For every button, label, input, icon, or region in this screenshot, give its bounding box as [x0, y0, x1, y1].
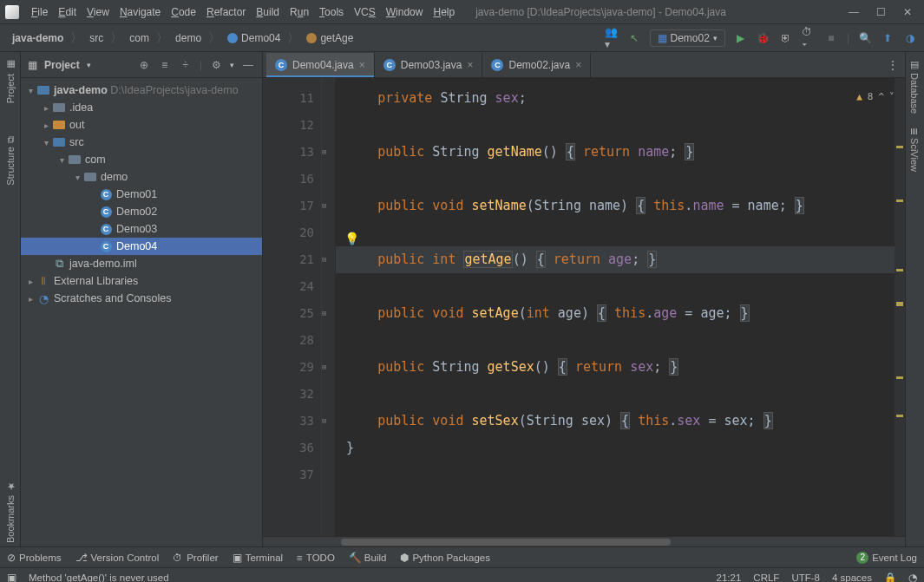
tool-bookmarks[interactable]: Bookmarks ★	[3, 477, 17, 546]
crumb-project[interactable]: java-demo	[7, 30, 69, 46]
project-tree[interactable]: ▾java-demo D:\IdeaProjects\java-demo ▸.i…	[21, 78, 262, 546]
coverage-icon[interactable]: ⛨	[779, 31, 793, 45]
status-readonly-icon[interactable]: 🔒	[884, 572, 896, 583]
tool-profiler[interactable]: ⏱ Profiler	[173, 553, 218, 563]
status-indent[interactable]: 4 spaces	[832, 572, 872, 583]
status-tool-windows-icon[interactable]: ▣	[7, 572, 16, 583]
menu-file[interactable]: File	[28, 4, 51, 20]
tool-todo[interactable]: ≡ TODO	[297, 553, 335, 563]
tree-demo02[interactable]: CDemo02	[21, 203, 262, 220]
menu-refactor[interactable]: Refactor	[203, 4, 249, 20]
crumb-class[interactable]: Demo04	[222, 30, 285, 46]
menu-tools[interactable]: Tools	[316, 4, 347, 20]
close-tab-icon[interactable]: ×	[467, 59, 473, 71]
tree-demo[interactable]: ▾demo	[21, 168, 262, 186]
tree-com[interactable]: ▾com	[21, 151, 262, 168]
menu-vcs[interactable]: VCS	[351, 4, 379, 20]
tool-terminal[interactable]: ▣ Terminal	[233, 552, 283, 564]
menu-help[interactable]: Help	[429, 4, 458, 20]
tool-pypackages[interactable]: ⬢ Python Packages	[400, 552, 490, 564]
close-tab-icon[interactable]: ×	[359, 59, 365, 71]
menu-navigate[interactable]: Navigate	[116, 4, 164, 20]
crumb-com[interactable]: com	[124, 30, 154, 46]
tree-demo04[interactable]: CDemo04	[21, 238, 262, 255]
breadcrumb: java-demo〉 src〉 com〉 demo〉 Demo04〉 getAg…	[7, 30, 605, 46]
code-editor[interactable]: 111213161720212425282932333637 ⊞ ⊞ ⊞ ⊞ ⊞…	[263, 78, 905, 536]
panel-title[interactable]: Project	[44, 59, 80, 71]
status-message: Method 'getAge()' is never used	[29, 572, 169, 583]
collapse-icon[interactable]: ÷	[179, 58, 193, 72]
code-text[interactable]: 💡 ▲8 ^ ˅ private String sex; public Stri…	[336, 78, 905, 536]
tool-database[interactable]: ▤ Database	[908, 56, 922, 117]
chevron-down-icon[interactable]: ▾	[230, 61, 234, 69]
menu-build[interactable]: Build	[252, 4, 283, 20]
profiler-icon[interactable]: ⏱▾	[802, 31, 816, 45]
run-config-select[interactable]: ▦Demo02 ▾	[650, 29, 725, 47]
left-tool-strip: Project ▦ Structure ⧉ Bookmarks ★	[0, 52, 21, 546]
title-bar: File Edit View Navigate Code Refactor Bu…	[0, 0, 924, 24]
tool-structure[interactable]: Structure ⧉	[3, 133, 17, 189]
menu-edit[interactable]: Edit	[55, 4, 80, 20]
search-icon[interactable]: 🔍	[858, 31, 872, 45]
stop-icon[interactable]: ■	[824, 31, 838, 45]
iml-file-icon: ⧉	[52, 258, 66, 270]
maximize-button[interactable]: ☐	[876, 6, 886, 18]
tree-external-libs[interactable]: ▸⫴External Libraries	[21, 272, 262, 290]
inspection-widget[interactable]: ▲8 ^ ˅	[856, 83, 895, 110]
run-icon[interactable]: ▶	[734, 31, 748, 45]
horizontal-scrollbar[interactable]	[263, 536, 905, 546]
menu-view[interactable]: View	[83, 4, 113, 20]
minimize-button[interactable]: —	[849, 6, 859, 18]
tool-project[interactable]: Project ▦	[3, 56, 17, 107]
hide-panel-icon[interactable]: —	[241, 58, 255, 72]
tool-sciview[interactable]: ≣ SciView	[908, 124, 922, 175]
menu-run[interactable]: Run	[286, 4, 312, 20]
editor-tabs: CDemo04.java× CDemo03.java× CDemo02.java…	[263, 52, 905, 78]
tree-demo01[interactable]: CDemo01	[21, 186, 262, 203]
target-icon[interactable]: ⊕	[137, 58, 151, 72]
menu-code[interactable]: Code	[167, 4, 200, 20]
crumb-method[interactable]: getAge	[301, 30, 358, 46]
crumb-demo[interactable]: demo	[170, 30, 206, 46]
scratch-icon: ◔	[36, 292, 50, 304]
status-heap-icon[interactable]: ◔	[908, 572, 917, 583]
tree-root[interactable]: ▾java-demo D:\IdeaProjects\java-demo	[21, 82, 262, 99]
tree-idea[interactable]: ▸.idea	[21, 99, 262, 116]
status-caret-pos[interactable]: 21:21	[717, 572, 742, 583]
tool-eventlog[interactable]: 2 Event Log	[856, 552, 917, 564]
panel-view-dropdown[interactable]: ▾	[87, 61, 91, 69]
tree-src[interactable]: ▾src	[21, 134, 262, 151]
tab-demo03[interactable]: CDemo03.java×	[375, 53, 483, 77]
menu-window[interactable]: Window	[383, 4, 427, 20]
menu-bar: File Edit View Navigate Code Refactor Bu…	[28, 4, 458, 20]
add-user-icon[interactable]: 👥▾	[605, 31, 619, 45]
tree-iml[interactable]: ⧉java-demo.iml	[21, 255, 262, 272]
project-panel: ▦ Project ▾ ⊕ ≡ ÷ | ⚙ ▾ — ▾java-demo D:\…	[21, 52, 263, 546]
tab-demo04[interactable]: CDemo04.java×	[266, 53, 375, 77]
ide-settings-icon[interactable]: ◑	[903, 31, 917, 45]
status-encoding[interactable]: UTF-8	[791, 572, 820, 583]
tab-demo02[interactable]: CDemo02.java×	[482, 53, 591, 77]
tool-problems[interactable]: ⊘ Problems	[7, 552, 62, 564]
tree-scratches[interactable]: ▸◔Scratches and Consoles	[21, 290, 262, 307]
line-gutter[interactable]: 111213161720212425282932333637	[263, 78, 322, 536]
settings-icon[interactable]: ⚙	[209, 58, 223, 72]
status-bar: ▣ Method 'getAge()' is never used 21:21 …	[0, 567, 924, 582]
fold-gutter[interactable]: ⊞ ⊞ ⊞ ⊞ ⊞ ⊞	[322, 78, 336, 536]
tool-vcs[interactable]: ⎇ Version Control	[75, 552, 160, 564]
update-icon[interactable]: ⬆	[881, 31, 895, 45]
debug-icon[interactable]: 🐞	[757, 31, 770, 45]
error-stripe[interactable]	[895, 78, 905, 536]
tree-demo03[interactable]: CDemo03	[21, 220, 262, 238]
tool-build[interactable]: 🔨 Build	[349, 552, 387, 564]
intention-bulb-icon[interactable]: 💡	[344, 226, 359, 252]
status-line-ending[interactable]: CRLF	[753, 572, 779, 583]
crumb-src[interactable]: src	[84, 30, 108, 46]
close-button[interactable]: ✕	[903, 6, 912, 18]
tabs-menu-icon[interactable]: ⋮	[881, 59, 905, 71]
tree-out[interactable]: ▸out	[21, 116, 262, 134]
close-tab-icon[interactable]: ×	[575, 59, 581, 71]
back-icon[interactable]: ↖	[627, 31, 641, 45]
window-title: java-demo [D:\IdeaProjects\java-demo] - …	[458, 6, 849, 18]
expand-icon[interactable]: ≡	[158, 58, 172, 72]
